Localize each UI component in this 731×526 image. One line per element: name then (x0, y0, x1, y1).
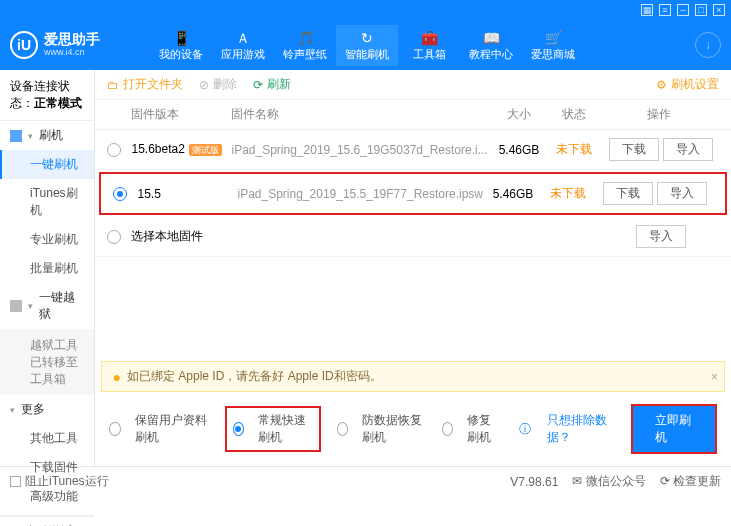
mode-keepdata[interactable]: 保留用户资料刷机 (109, 412, 208, 446)
nav-icon: 📱 (150, 29, 212, 47)
nav-item-2[interactable]: 🎵铃声壁纸 (274, 25, 336, 66)
warning-icon: ● (112, 369, 120, 385)
sidebar-item-pro[interactable]: 专业刷机 (0, 225, 94, 254)
wechat-link[interactable]: ✉ 微信公众号 (572, 473, 645, 490)
import-button[interactable]: 导入 (636, 225, 686, 248)
table-header: 固件版本 固件名称 大小 状态 操作 (95, 100, 731, 130)
nav-item-6[interactable]: 🛒爱思商城 (522, 25, 584, 66)
start-flash-button[interactable]: 立即刷机 (631, 404, 717, 454)
delete-icon: ⊘ (199, 78, 209, 92)
window-max-icon[interactable]: □ (695, 4, 707, 16)
radio-local[interactable] (107, 230, 121, 244)
chevron-down-icon: ▾ (28, 301, 33, 311)
version-label: V7.98.61 (510, 475, 558, 489)
refresh-icon: ⟳ (253, 78, 263, 92)
chevron-down-icon: ▾ (10, 405, 15, 415)
refresh-button[interactable]: ⟳刷新 (253, 76, 291, 93)
brand-url: www.i4.cn (44, 48, 100, 58)
window-grid-icon[interactable]: ▦ (641, 4, 653, 16)
download-button[interactable]: 下载 (603, 182, 653, 205)
check-update-link[interactable]: ⟳ 检查更新 (660, 473, 721, 490)
delete-button[interactable]: ⊘删除 (199, 76, 237, 93)
block-itunes-checkbox[interactable]: 阻止iTunes运行 (10, 473, 109, 490)
chevron-down-icon: ▾ (28, 131, 33, 141)
wechat-icon: ✉ (572, 474, 582, 488)
sidebar-item-batch[interactable]: 批量刷机 (0, 254, 94, 283)
sidebar-section-flash[interactable]: ▾刷机 (0, 121, 94, 150)
update-icon: ⟳ (660, 474, 670, 488)
sidebar-section-jailbreak[interactable]: ▾一键越狱 (0, 283, 94, 329)
info-icon[interactable]: ⓘ (519, 421, 531, 438)
appleid-warning: ● 如已绑定 Apple ID，请先备好 Apple ID和密码。 × (101, 361, 725, 392)
nav-icon: Ａ (212, 29, 274, 47)
warning-close-icon[interactable]: × (711, 370, 718, 384)
nav-icon: ↻ (336, 29, 398, 47)
firmware-row[interactable]: 15.6beta2测试版iPad_Spring_2019_15.6_19G503… (95, 130, 731, 170)
local-firmware-row[interactable]: 选择本地固件 导入 (95, 217, 731, 257)
import-button[interactable]: 导入 (663, 138, 713, 161)
folder-icon: 🗀 (107, 78, 119, 92)
brand-name: 爱思助手 (44, 32, 100, 47)
radio-firmware[interactable] (113, 187, 127, 201)
window-tabs-icon[interactable]: ≡ (659, 4, 671, 16)
firmware-row[interactable]: 15.5iPad_Spring_2019_15.5_19F77_Restore.… (99, 172, 727, 215)
mode-antirecover[interactable]: 防数据恢复刷机 (337, 412, 427, 446)
window-close-icon[interactable]: × (713, 4, 725, 16)
download-circle-icon[interactable]: ↓ (695, 32, 721, 58)
sidebar-section-more[interactable]: ▾更多 (0, 395, 94, 424)
radio-firmware[interactable] (107, 143, 121, 157)
flash-settings-button[interactable]: ⚙刷机设置 (656, 76, 719, 93)
erase-only-link[interactable]: 只想排除数据？ (547, 412, 614, 446)
import-button[interactable]: 导入 (657, 182, 707, 205)
nav-icon: 📖 (460, 29, 522, 47)
brand: iU 爱思助手 www.i4.cn (10, 31, 150, 59)
beta-tag: 测试版 (189, 144, 222, 156)
mode-repair[interactable]: 修复刷机 (442, 412, 503, 446)
sidebar-item-itunes[interactable]: iTunes刷机 (0, 179, 94, 225)
nav-item-1[interactable]: Ａ应用游戏 (212, 25, 274, 66)
sidebar-item-othertools[interactable]: 其他工具 (0, 424, 94, 453)
nav-item-5[interactable]: 📖教程中心 (460, 25, 522, 66)
nav-item-0[interactable]: 📱我的设备 (150, 25, 212, 66)
gear-icon: ⚙ (656, 78, 667, 92)
nav-icon: 🛒 (522, 29, 584, 47)
window-min-icon[interactable]: – (677, 4, 689, 16)
open-folder-button[interactable]: 🗀打开文件夹 (107, 76, 183, 93)
download-button[interactable]: 下载 (609, 138, 659, 161)
nav-item-4[interactable]: 🧰工具箱 (398, 25, 460, 66)
nav-icon: 🎵 (274, 29, 336, 47)
brand-logo-icon: iU (10, 31, 38, 59)
nav-item-3[interactable]: ↻智能刷机 (336, 25, 398, 66)
nav-icon: 🧰 (398, 29, 460, 47)
device-status: 设备连接状态：正常模式 (0, 70, 94, 121)
mode-quick[interactable]: 常规快速刷机 (225, 406, 321, 452)
sidebar-item-oneclick[interactable]: 一键刷机 (0, 150, 94, 179)
jailbreak-notice: 越狱工具已转移至 工具箱 (0, 329, 94, 395)
